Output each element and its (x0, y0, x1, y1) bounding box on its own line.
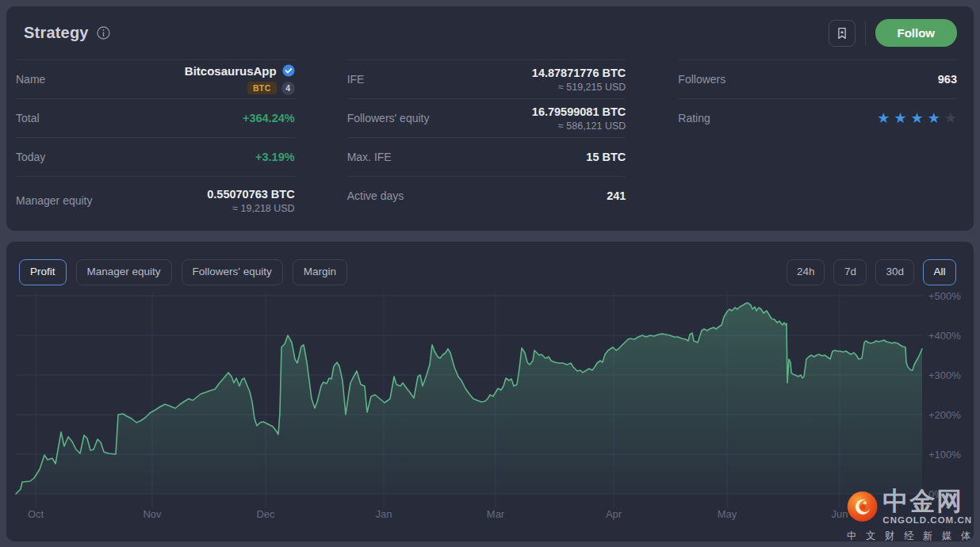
total-row: Total +364.24% (16, 98, 295, 137)
name-label: Name (16, 73, 45, 86)
info-column-2: IFE 14.87871776 BTC ≈ 519,215 USD Follow… (347, 59, 626, 224)
ife-value: 14.87871776 BTC (532, 67, 626, 79)
tab-followers-equity[interactable]: Followers' equity (182, 259, 283, 285)
y-axis-label: +300% (928, 369, 961, 381)
follow-button[interactable]: Follow (875, 19, 958, 47)
star-filled-icon: ★ (877, 111, 890, 125)
chart-panel: ProfitManager equityFollowers' equityMar… (6, 242, 974, 541)
followers-equity-value: 16.79599081 BTC (532, 105, 626, 118)
y-axis-label: 0% (928, 488, 944, 500)
page: Strategy Follow (0, 0, 980, 547)
manager-equity-row: Manager equity 0.55070763 BTC ≈ 19,218 U… (16, 176, 295, 224)
star-empty-icon: ★ (944, 111, 957, 125)
header-divider (865, 21, 866, 45)
chart-range-buttons: 24h7d30dAll (787, 259, 956, 285)
today-value: +3.19% (255, 151, 295, 163)
star-filled-icon: ★ (911, 111, 924, 125)
chart-metric-tabs: ProfitManager equityFollowers' equityMar… (19, 259, 347, 285)
x-axis-label: Jun (832, 508, 848, 520)
x-axis-label: Dec (256, 508, 275, 520)
range-all[interactable]: All (923, 259, 956, 285)
star-filled-icon: ★ (928, 111, 940, 125)
ife-usd: ≈ 519,215 USD (532, 82, 626, 93)
star-filled-icon: ★ (894, 111, 906, 125)
asset-badge: BTC (247, 82, 277, 94)
panel-header: Strategy Follow (6, 6, 974, 59)
today-label: Today (16, 151, 45, 163)
y-axis-label: +200% (928, 409, 961, 421)
rating-label: Rating (678, 112, 710, 124)
y-axis-label: +100% (928, 449, 961, 461)
y-axis-label: +400% (928, 330, 961, 342)
active-days-value: 241 (607, 189, 626, 202)
manager-equity-usd: ≈ 19,218 USD (207, 203, 294, 214)
info-icon[interactable] (97, 26, 110, 40)
strategy-summary-panel: Strategy Follow (6, 6, 974, 231)
total-label: Total (16, 112, 40, 124)
followers-equity-label: Followers' equity (347, 112, 430, 124)
x-axis-label: Oct (28, 508, 44, 520)
range-24h[interactable]: 24h (787, 259, 825, 285)
x-axis-label: Apr (606, 508, 622, 520)
info-column-1: Name BitcosaurusApp BTC 4 (16, 59, 295, 224)
bookmark-button[interactable] (829, 20, 856, 47)
max-ife-label: Max. IFE (347, 151, 392, 163)
active-days-label: Active days (347, 189, 404, 202)
profit-chart[interactable]: 0%+100%+200%+300%+400%+500%OctNovDecJanM… (6, 285, 974, 523)
info-column-3: Followers 963 Rating ★★★★★ (678, 59, 957, 224)
chart-area: 0%+100%+200%+300%+400%+500%OctNovDecJanM… (6, 285, 974, 523)
followers-label: Followers (678, 73, 725, 86)
followers-row: Followers 963 (678, 59, 957, 98)
active-days-row: Active days 241 (347, 176, 626, 215)
total-value: +364.24% (243, 112, 295, 124)
max-ife-row: Max. IFE 15 BTC (347, 137, 626, 176)
max-ife-value: 15 BTC (586, 151, 626, 163)
rating-row: Rating ★★★★★ (678, 98, 957, 137)
info-grid: Name BitcosaurusApp BTC 4 (6, 59, 974, 224)
x-axis-label: Nov (143, 508, 162, 520)
today-row: Today +3.19% (16, 137, 295, 176)
range-7d[interactable]: 7d (833, 259, 867, 285)
manager-equity-value: 0.55070763 BTC (207, 188, 294, 201)
followers-value: 963 (938, 73, 957, 86)
x-axis-label: Jan (376, 508, 392, 520)
x-axis-label: Mar (487, 508, 505, 520)
chart-controls: ProfitManager equityFollowers' equityMar… (6, 242, 974, 285)
y-axis-label: +500% (928, 290, 961, 302)
ife-row: IFE 14.87871776 BTC ≈ 519,215 USD (347, 59, 626, 98)
tab-margin[interactable]: Margin (293, 259, 347, 285)
verified-icon (282, 64, 295, 77)
ife-label: IFE (347, 73, 365, 86)
rating-stars[interactable]: ★★★★★ (877, 111, 957, 125)
x-axis-label: May (718, 508, 737, 520)
tab-manager-equity[interactable]: Manager equity (76, 259, 172, 285)
followers-equity-usd: ≈ 586,121 USD (532, 120, 626, 132)
tab-profit[interactable]: Profit (19, 259, 67, 285)
count-badge[interactable]: 4 (281, 82, 295, 95)
strategy-name: BitcosaurusApp (185, 64, 277, 78)
range-30d[interactable]: 30d (875, 259, 914, 285)
bookmark-icon (835, 26, 849, 40)
page-title: Strategy (24, 24, 89, 42)
name-row: Name BitcosaurusApp BTC 4 (16, 59, 295, 98)
followers-equity-row: Followers' equity 16.79599081 BTC ≈ 586,… (347, 98, 626, 137)
manager-equity-label: Manager equity (16, 194, 93, 207)
